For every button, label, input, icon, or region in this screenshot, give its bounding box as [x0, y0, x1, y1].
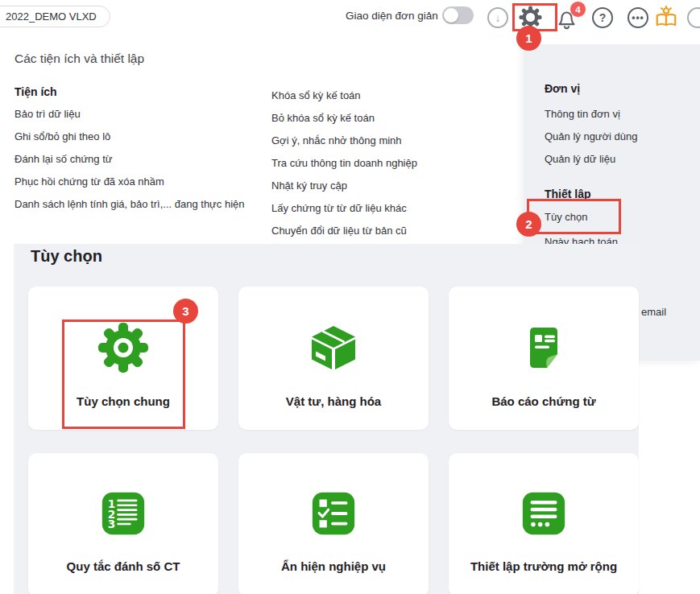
- help-icon[interactable]: ?: [592, 7, 613, 28]
- simple-ui-label: Giao diện đơn giản: [346, 10, 438, 22]
- utility-link-chuyen-doi[interactable]: Chuyển đổi dữ liệu từ bản cũ: [271, 225, 417, 237]
- numbered-list-icon: 1 2 3: [98, 489, 148, 538]
- checklist-icon: [309, 489, 358, 538]
- menu-item-thong-tin-don-vi[interactable]: Thông tin đơn vị: [545, 108, 620, 120]
- profile-icon[interactable]: [687, 7, 700, 28]
- utilities-col1-header: Tiện ích: [14, 85, 57, 98]
- notification-badge: 4: [570, 1, 586, 18]
- utility-link-phuc-hoi[interactable]: Phục hồi chứng từ đã xóa nhầm: [14, 175, 245, 188]
- annotation-step1: 1: [516, 26, 541, 51]
- company-badge[interactable]: 2022_DEMO VLXD: [0, 6, 110, 27]
- annotation-box-step3: [62, 320, 185, 429]
- utility-link-bo-khoa-so[interactable]: Bỏ khóa sổ kỳ kế toán: [271, 112, 417, 124]
- card-label: Ẩn hiện nghiệp vụ: [281, 559, 386, 573]
- box-icon: [308, 322, 359, 373]
- toggle-knob: [444, 8, 458, 23]
- section-don-vi-header: Đơn vị: [545, 82, 580, 95]
- card-label: Báo cáo chứng từ: [491, 394, 595, 408]
- utility-link-lay-chung-tu[interactable]: Lấy chứng từ từ dữ liệu khác: [271, 202, 417, 214]
- utilities-title: Các tiện ích và thiết lập: [14, 52, 144, 66]
- card-an-hien-nghiep-vu[interactable]: Ẩn hiện nghiệp vụ: [238, 453, 429, 594]
- utility-link-goi-y[interactable]: Gợi ý, nhắc nhở thông minh: [271, 134, 417, 146]
- annotation-step2: 2: [516, 212, 541, 237]
- card-bao-cao-chung-tu[interactable]: Báo cáo chứng từ: [449, 287, 639, 430]
- card-label: Vật tư, hàng hóa: [286, 394, 381, 408]
- annotation-step2-number: 2: [525, 217, 532, 231]
- simple-ui-toggle[interactable]: [442, 6, 474, 24]
- card-vat-tu-hang-hoa[interactable]: Vật tư, hàng hóa: [238, 287, 429, 430]
- utilities-col1: Bảo trì dữ liệu Ghi sổ/bỏ ghi theo lô Đá…: [14, 108, 245, 210]
- utility-link-ghi-so[interactable]: Ghi sổ/bỏ ghi theo lô: [14, 130, 245, 142]
- menu-item-email-partial[interactable]: email: [641, 306, 666, 318]
- options-modal-title: Tùy chọn: [31, 247, 102, 266]
- card-thiet-lap-truong-mo-rong[interactable]: Thiết lập trường mở rộng: [449, 453, 639, 594]
- annotation-step3-number: 3: [182, 304, 188, 318]
- utilities-col2: Khóa sổ kỳ kế toán Bỏ khóa sổ kỳ kế toán…: [271, 89, 417, 237]
- annotation-step1-number: 1: [525, 31, 532, 45]
- svg-text:3: 3: [108, 518, 115, 530]
- card-quy-tac-danh-so-ct[interactable]: 1 2 3 Quy tắc đánh số CT: [28, 453, 218, 594]
- extended-fields-icon: [519, 489, 569, 538]
- company-badge-label: 2022_DEMO VLXD: [6, 10, 97, 23]
- card-label: Quy tắc đánh số CT: [67, 559, 180, 573]
- utility-link-nhat-ky[interactable]: Nhật ký truy cập: [271, 179, 417, 192]
- card-label: Thiết lập trường mở rộng: [470, 559, 617, 573]
- menu-item-quan-ly-du-lieu[interactable]: Quản lý dữ liệu: [545, 153, 615, 165]
- top-bar: 2022_DEMO VLXD Giao diện đơn giản ↓ 4 ? …: [0, 0, 700, 44]
- menu-item-quan-ly-nguoi-dung[interactable]: Quản lý người dùng: [545, 130, 638, 142]
- lightbulb-book-icon[interactable]: [654, 6, 678, 30]
- utility-link-danh-sach-lenh[interactable]: Danh sách lệnh tính giá, bảo trì,... đan…: [14, 198, 245, 210]
- utility-link-danh-lai-so[interactable]: Đánh lại số chứng từ: [14, 153, 245, 165]
- download-icon[interactable]: ↓: [487, 7, 508, 28]
- annotation-box-step2: [527, 199, 621, 234]
- notification-count: 4: [575, 5, 580, 14]
- annotation-step3: 3: [173, 299, 198, 324]
- utility-link-bao-tri[interactable]: Bảo trì dữ liệu: [14, 108, 245, 120]
- more-options-icon[interactable]: •••: [628, 7, 648, 28]
- utility-link-tra-cuu[interactable]: Tra cứu thông tin doanh nghiệp: [271, 157, 417, 169]
- document-icon: [518, 322, 570, 373]
- utility-link-khoa-so[interactable]: Khóa sổ kỳ kế toán: [271, 89, 417, 101]
